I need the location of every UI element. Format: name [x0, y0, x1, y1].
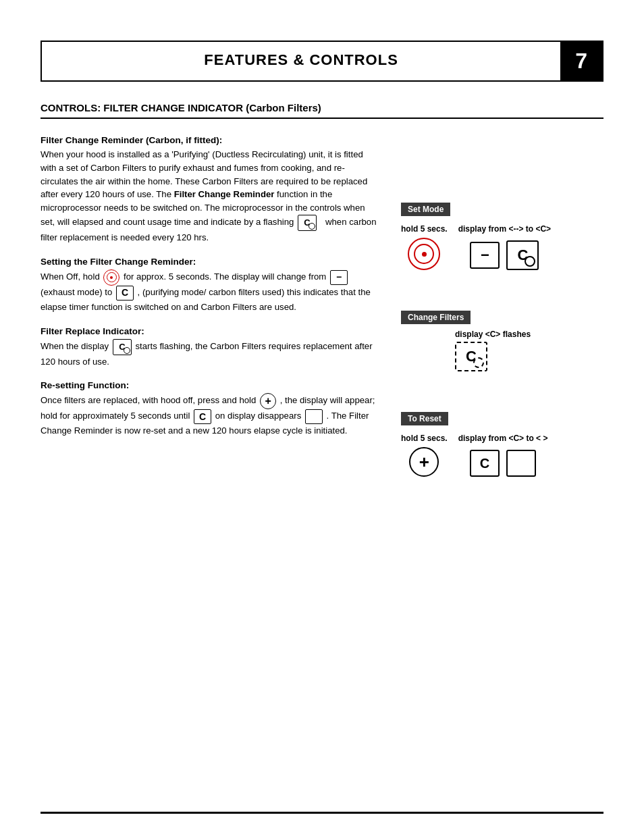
header-title: FEATURES & CONTROLS — [42, 42, 560, 80]
big-empty-box — [506, 450, 536, 477]
header-section: FEATURES & CONTROLS 7 — [41, 41, 603, 82]
big-minus-icon: − — [470, 242, 500, 269]
page-wrapper: FEATURES & CONTROLS 7 CONTROLS: FILTER C… — [0, 0, 644, 834]
set-mode-diagram: Set Mode hold 5 secs. display from <--> … — [401, 203, 603, 270]
to-reset-row: hold 5 secs. + display from <C> to < > C — [401, 434, 603, 477]
left-column: Filter Change Reminder (Carbon, if fitte… — [41, 135, 401, 496]
reset-display-caption: display from <C> to < > — [458, 434, 548, 443]
content-area: Filter Change Reminder (Carbon, if fitte… — [41, 135, 603, 496]
inline-target-icon1 — [103, 269, 119, 286]
inline-c-flash-icon: C — [298, 215, 317, 231]
resetting-heading: Re-setting Function: — [41, 380, 381, 390]
reset-hold-caption: hold 5 secs. — [401, 434, 448, 443]
change-filters-diagram: Change Filters display <C> flashes C — [401, 311, 603, 371]
display-c-flashes-caption: display <C> flashes — [455, 330, 531, 339]
big-target-icon — [408, 238, 440, 270]
filter-replace-heading: Filter Replace Indicator: — [41, 326, 381, 336]
setting-filter-heading: Setting the Filter Change Reminder: — [41, 257, 381, 267]
set-mode-row: hold 5 secs. display from <--> to <C> − … — [401, 224, 603, 270]
filter-change-para: When your hood is installed as a 'Purify… — [41, 148, 381, 244]
big-c-flashing-icon: C — [455, 342, 487, 371]
inline-c-box2: C — [194, 409, 211, 424]
big-plus-icon: + — [409, 447, 439, 477]
bottom-bar — [41, 812, 603, 814]
filter-replace-para: When the display C starts flashing, the … — [41, 339, 381, 369]
big-c-icon2: C — [470, 450, 500, 477]
display-caption: display from <--> to <C> — [458, 224, 551, 234]
change-filters-label: Change Filters — [401, 311, 471, 324]
header-number: 7 — [560, 42, 602, 80]
resetting-para: Once filters are replaced, with hood off… — [41, 393, 381, 438]
to-reset-diagram: To Reset hold 5 secs. + display from <C>… — [401, 412, 603, 477]
right-column: Set Mode hold 5 secs. display from <--> … — [401, 135, 603, 496]
inline-plus-icon: + — [260, 393, 276, 409]
filter-change-heading: Filter Change Reminder (Carbon, if fitte… — [41, 135, 381, 145]
big-c-icon: C — [506, 240, 539, 270]
hold-caption: hold 5 secs. — [401, 224, 448, 234]
inline-empty-box1 — [305, 409, 323, 424]
inline-c-box1: C — [116, 286, 134, 301]
to-reset-label: To Reset — [401, 412, 448, 425]
set-mode-label: Set Mode — [401, 203, 450, 216]
setting-filter-para: When Off, hold for approx. 5 seconds. Th… — [41, 269, 381, 314]
inline-c-flash-icon2: C — [113, 339, 132, 355]
reset-display-icons: C — [470, 450, 536, 477]
set-mode-icons: − C — [470, 240, 539, 270]
inline-minus-box1: − — [330, 270, 348, 285]
section-heading: CONTROLS: FILTER CHANGE INDICATOR (Carbo… — [41, 102, 603, 119]
